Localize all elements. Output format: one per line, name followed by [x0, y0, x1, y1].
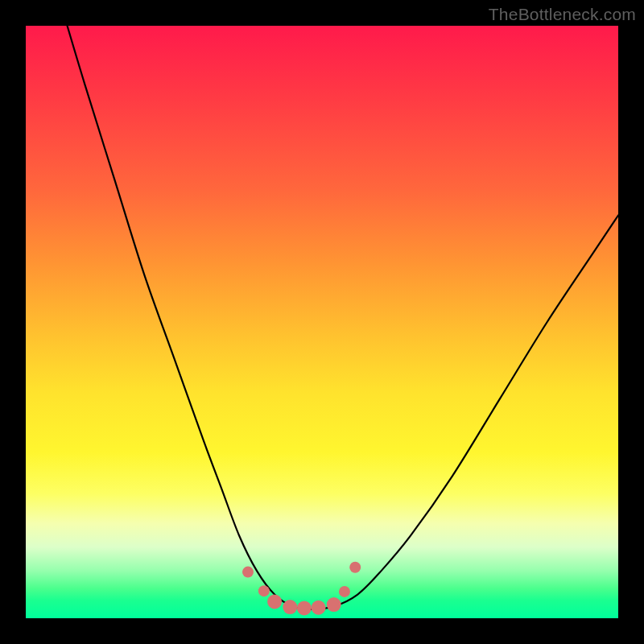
highlight-dot	[242, 567, 254, 578]
highlight-dot	[267, 594, 282, 609]
chart-area	[26, 26, 618, 618]
highlight-dot	[339, 586, 350, 597]
highlight-dot	[327, 597, 341, 612]
highlight-markers	[242, 562, 361, 616]
chart-svg	[26, 26, 618, 618]
highlight-dot	[283, 600, 297, 614]
highlight-dot	[258, 585, 270, 597]
highlight-dot	[312, 601, 326, 615]
watermark-text: TheBottleneck.com	[489, 5, 636, 24]
highlight-dot	[297, 601, 312, 615]
highlight-dot	[349, 562, 361, 573]
bottleneck-curve	[68, 26, 618, 609]
